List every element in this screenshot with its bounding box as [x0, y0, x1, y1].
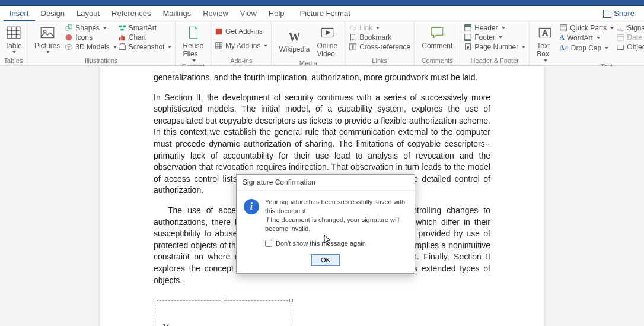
tab-layout[interactable]: Layout	[71, 6, 106, 21]
bookmark-button[interactable]: Bookmark	[349, 33, 410, 42]
svg-rect-0	[7, 27, 20, 39]
reuse-files-button[interactable]: Reuse Files	[179, 23, 207, 62]
chart-button[interactable]: Chart	[118, 33, 172, 42]
title-bar	[0, 0, 644, 6]
pictures-button[interactable]: Pictures	[31, 23, 63, 53]
svg-rect-18	[216, 29, 222, 35]
svg-rect-16	[119, 45, 125, 50]
signature-x: X	[161, 320, 171, 326]
svg-rect-22	[353, 44, 356, 50]
svg-rect-26	[465, 39, 471, 41]
svg-rect-14	[121, 36, 123, 41]
signature-box[interactable]: X	[154, 300, 291, 326]
ok-button[interactable]: OK	[311, 254, 340, 266]
svg-rect-11	[123, 26, 126, 28]
share-button[interactable]: Share	[603, 9, 635, 18]
tab-design[interactable]: Design	[35, 6, 71, 21]
checkbox-input[interactable]	[265, 240, 272, 247]
svg-rect-13	[119, 37, 120, 40]
group-tables: Tables	[4, 56, 23, 65]
tab-view[interactable]: View	[234, 6, 263, 21]
svg-rect-31	[560, 25, 567, 31]
tab-help[interactable]: Help	[263, 6, 291, 21]
svg-rect-12	[120, 29, 123, 31]
svg-rect-17	[120, 44, 124, 45]
svg-rect-33	[617, 35, 624, 41]
resize-handle[interactable]	[152, 299, 155, 302]
3d-models-button[interactable]: 3D Models	[65, 43, 116, 51]
info-icon	[244, 199, 259, 214]
ribbon: Table Tables Pictures Shapes Icons 3D Mo…	[0, 21, 644, 66]
tab-picture-format[interactable]: Picture Format	[294, 6, 356, 21]
signature-line-button[interactable]: Signature Line	[616, 24, 644, 32]
svg-rect-10	[119, 26, 122, 28]
my-addins-button[interactable]: My Add-ins	[215, 42, 267, 50]
wordart-button[interactable]: AWordArt	[559, 33, 614, 42]
resize-handle[interactable]	[221, 299, 224, 302]
group-links: Links	[349, 56, 410, 65]
online-video-button[interactable]: Online Video	[314, 23, 342, 58]
svg-text:A: A	[543, 29, 548, 37]
drop-cap-button[interactable]: A≡Drop Cap	[559, 43, 614, 52]
wikipedia-button[interactable]: W Wikipedia	[275, 23, 313, 58]
svg-rect-5	[41, 27, 54, 37]
dialog-title: Signature Confirmation	[237, 175, 415, 191]
group-header-footer: Header & Footer	[464, 56, 525, 65]
date-time-button[interactable]: Date & Time	[616, 33, 644, 42]
page-number-button[interactable]: #Page Number	[464, 43, 525, 51]
quick-parts-button[interactable]: Quick Parts	[559, 24, 614, 32]
comment-button[interactable]: Comment	[418, 23, 456, 50]
icons-button[interactable]: Icons	[65, 33, 116, 42]
footer-button[interactable]: Footer	[464, 33, 525, 42]
header-button[interactable]: Header	[464, 24, 525, 32]
svg-text:#: #	[467, 45, 469, 49]
link-button[interactable]: Link	[349, 24, 410, 32]
resize-handle[interactable]	[289, 299, 293, 302]
svg-rect-24	[465, 25, 471, 27]
svg-rect-15	[123, 36, 125, 40]
table-button[interactable]: Table	[4, 23, 23, 53]
smartart-button[interactable]: SmartArt	[118, 24, 172, 32]
tab-insert[interactable]: Insert	[4, 6, 35, 21]
paragraph: generalizations, and the fourth implicat…	[154, 72, 490, 84]
object-button[interactable]: Object	[616, 43, 644, 51]
tab-mailings[interactable]: Mailings	[157, 6, 197, 21]
svg-rect-35	[617, 45, 624, 50]
ribbon-tabs: Insert Design Layout References Mailings…	[0, 6, 644, 21]
svg-point-9	[66, 34, 72, 41]
shapes-button[interactable]: Shapes	[65, 24, 116, 32]
dialog-message: Your signature has been successfully sav…	[265, 198, 407, 233]
get-addins-button[interactable]: Get Add-ins	[215, 27, 267, 36]
group-comments: Comments	[418, 56, 456, 65]
signature-confirmation-dialog: Signature Confirmation Your signature ha…	[236, 174, 415, 274]
text-box-button[interactable]: A Text Box	[533, 23, 557, 62]
svg-rect-19	[216, 43, 222, 49]
tab-review[interactable]: Review	[197, 6, 234, 21]
group-addins: Add-ins	[215, 56, 267, 65]
tab-references[interactable]: References	[106, 6, 157, 21]
screenshot-button[interactable]: Screenshot	[118, 43, 172, 51]
svg-rect-21	[350, 44, 352, 50]
cross-reference-button[interactable]: Cross-reference	[349, 43, 410, 51]
cursor-icon	[324, 235, 332, 245]
group-illustrations: Illustrations	[31, 56, 171, 65]
